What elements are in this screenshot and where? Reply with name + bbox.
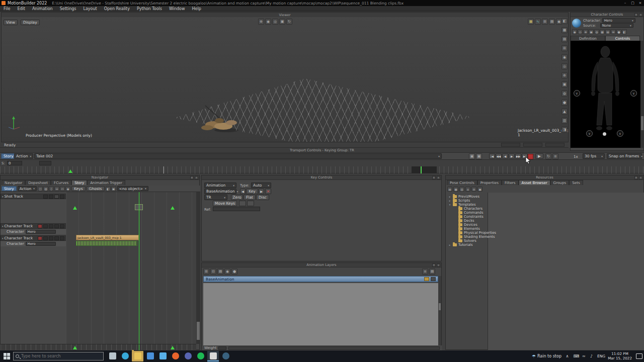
story-clip-keys[interactable] [76,241,137,246]
prev-key-button[interactable]: ◀ [240,189,246,194]
menu-item[interactable]: Open Reality [101,6,133,12]
menu-item[interactable]: Window [166,6,189,12]
side-tool-icon[interactable]: ▥ [561,118,568,124]
story-marker[interactable] [171,346,175,349]
navigator-panel-header[interactable]: Navigator ≡× [1,175,199,180]
tree-item[interactable]: Devices [447,223,487,227]
navigator-scrollbar[interactable] [196,192,200,344]
language-indicator[interactable]: ENG [597,354,605,358]
navigator-tab[interactable]: FCurves [51,180,71,185]
tree-item[interactable]: Elements [447,227,487,231]
story-tool-icon[interactable]: ▣ [111,186,116,191]
expander-icon[interactable]: ▸ [448,195,451,198]
playhead-marker[interactable] [68,169,72,173]
right-hand-control[interactable]: ∨ [630,90,637,97]
browser-tool-icon[interactable]: ▤ [447,187,452,192]
track-toggle[interactable] [54,195,59,199]
transport-button[interactable]: ▶ [509,153,515,159]
discord-icon[interactable] [182,351,194,361]
character-track-row-2[interactable]: ▾ Character Track [1,235,66,241]
panel-menu-icon[interactable]: ≡ [432,263,436,267]
layer-tool-icon[interactable]: ⊟ [210,268,216,275]
story-bottom-ruler[interactable] [1,344,196,350]
panel-menu-icon[interactable]: ≡ [634,13,638,17]
side-tool-icon[interactable]: ▦ [561,27,568,33]
shot-track-row[interactable]: ▾ Shot Track [1,194,66,199]
transport-button[interactable]: ◀◀ [496,153,502,159]
menu-item[interactable]: Python Tools [133,6,166,12]
tree-item[interactable]: Constraints [447,215,487,219]
steam-icon[interactable] [220,351,231,361]
layers-scrollbar[interactable] [438,276,441,345]
browser-tool-icon[interactable]: ⊞ [471,187,476,192]
display-mode-icon[interactable]: ▦ [528,19,534,25]
zero-button[interactable]: Zero [231,195,243,200]
minimize-button[interactable]: – [621,1,629,6]
layer-lock-icon[interactable] [424,277,429,281]
side-tool-icon[interactable]: ▣ [561,81,568,87]
action-selector[interactable]: Action▾ [14,153,33,159]
track-toggle[interactable] [60,236,64,240]
panel-menu-icon[interactable]: ≡ [634,176,638,179]
story-tool-icon[interactable]: ◧ [106,186,111,191]
character-tool-icon[interactable]: ◧ [622,29,627,34]
character-thumbnail[interactable] [572,19,581,28]
ref-field[interactable] [213,207,260,211]
animation-mode-selector[interactable]: Animation▾ [204,183,236,188]
snap-selector[interactable]: Snap on Frames▾ [607,153,642,159]
character-figure[interactable] [571,41,640,141]
story-action-selector[interactable]: Action▾ [18,186,37,191]
clock[interactable]: 11:02 PM Mar 15, 2022 [608,352,632,360]
weather-widget[interactable]: ☂ Rain to stop [532,354,561,359]
loop-icon[interactable]: ≡ [552,153,558,159]
mail-icon[interactable] [144,351,156,361]
animation-layers-header[interactable]: Animation Layers ≡× [202,263,441,267]
side-tool-icon[interactable]: ◨ [561,127,568,133]
scrollbar-thumb[interactable] [641,116,643,130]
keying-group-selector[interactable]: TR▾ [204,195,227,200]
disc-button[interactable]: Disc [256,195,269,200]
taskbar-search[interactable] [13,352,104,360]
mocap-character-model[interactable] [194,103,255,133]
character-tool-icon[interactable]: ◍ [594,29,599,34]
loop-icon[interactable]: ↻ [545,153,551,159]
pan-icon[interactable]: ⊕ [258,19,264,25]
side-tool-icon[interactable]: ◍ [561,90,568,97]
tree-item[interactable]: Characters [447,207,487,211]
end-frame-field[interactable] [39,161,51,165]
menu-item[interactable]: Settings [56,6,80,12]
character-tab[interactable]: Controls [605,36,640,41]
speed-value[interactable]: 1x [574,154,578,159]
track-toggle[interactable] [54,224,59,228]
key-option-button[interactable] [239,201,246,206]
track-toggle[interactable] [54,236,59,240]
track-toggle[interactable] [43,236,48,240]
tray-chevron-icon[interactable]: ∧ [564,353,571,360]
action-center-icon[interactable] [636,353,642,359]
side-tool-icon[interactable]: ⊞ [561,45,568,51]
tree-item[interactable]: ▾ Templates [447,203,487,207]
task-view-icon[interactable] [107,351,118,361]
story-timeline[interactable] [66,192,196,344]
panel-menu-icon[interactable]: ≡ [190,176,194,179]
story-tool-icon[interactable]: ▭ [60,186,65,191]
character-tool-icon[interactable]: ▦ [600,29,605,34]
right-foot-control[interactable]: ∨ [617,130,623,137]
track-toggle[interactable] [43,195,48,199]
transport-button[interactable]: |◀ [489,153,495,159]
firefox-icon[interactable] [170,351,181,361]
take-selector[interactable]: Take 002▾ [34,153,442,159]
story-marker[interactable] [171,206,175,210]
left-hand-control[interactable]: ∨ [574,90,580,97]
photos-icon[interactable] [157,351,169,361]
frame-icon[interactable]: ▣ [279,19,285,25]
layer-selector[interactable]: BaseAnimation▾ [204,189,236,194]
panel-menu-icon[interactable]: ≡ [432,176,436,179]
weight-slider[interactable] [228,346,440,350]
navigator-tab[interactable]: Navigator [2,180,25,185]
transport-button[interactable]: ▶▶ [515,153,521,159]
character-tool-icon[interactable]: ▣ [589,29,594,34]
story-record-button[interactable]: Story [2,186,17,191]
resources-tab[interactable]: Pose Controls [447,180,477,185]
flat-button[interactable]: Flat [244,195,256,200]
